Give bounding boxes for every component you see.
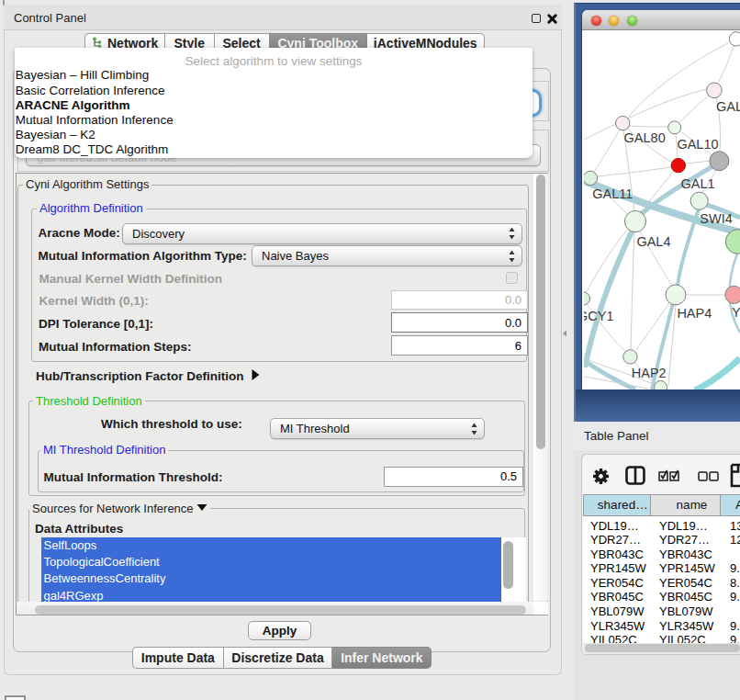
svg-text:GAL80: GAL80 xyxy=(624,130,666,145)
svg-text:YD: YD xyxy=(732,305,740,320)
svg-text:HAP4: HAP4 xyxy=(677,306,712,321)
svg-text:SWI4: SWI4 xyxy=(700,211,732,226)
svg-text:GCY1: GCY1 xyxy=(584,309,614,323)
svg-text:GAL10: GAL10 xyxy=(677,137,718,152)
svg-text:GAL11: GAL11 xyxy=(592,186,633,201)
svg-text:GAL7: GAL7 xyxy=(716,99,740,114)
svg-text:GAL1: GAL1 xyxy=(681,176,715,191)
svg-text:HAP2: HAP2 xyxy=(632,366,667,380)
svg-text:GAL4: GAL4 xyxy=(636,234,670,249)
